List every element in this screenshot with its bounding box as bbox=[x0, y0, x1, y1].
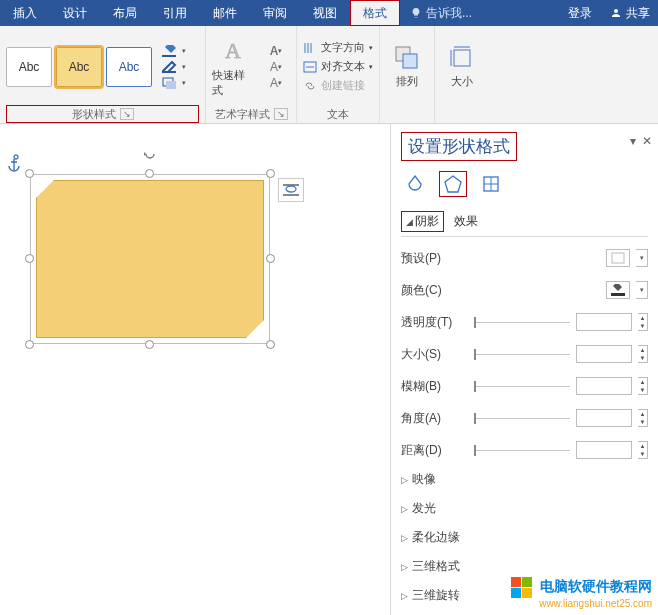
signin-button[interactable]: 登录 bbox=[558, 0, 602, 26]
text-fill-button[interactable]: A▾ bbox=[262, 44, 290, 58]
svg-rect-0 bbox=[162, 55, 176, 57]
group-label-size-spacer bbox=[441, 105, 483, 123]
letter-a-icon: A bbox=[218, 36, 248, 66]
watermark-text: 电脑软硬件教程网 bbox=[540, 578, 652, 594]
resize-handle-w[interactable] bbox=[25, 254, 34, 263]
input-blur[interactable] bbox=[576, 377, 632, 395]
shape-style-preset-3[interactable]: Abc bbox=[106, 47, 152, 87]
document-canvas[interactable] bbox=[0, 124, 390, 615]
preset-dropdown[interactable]: ▾ bbox=[636, 249, 648, 267]
tab-review[interactable]: 审阅 bbox=[250, 0, 300, 26]
preset-picker[interactable] bbox=[606, 249, 630, 267]
label-distance: 距离(D) bbox=[401, 442, 469, 459]
effects-icon[interactable] bbox=[439, 171, 467, 197]
tab-layout[interactable]: 布局 bbox=[100, 0, 150, 26]
rotate-handle[interactable] bbox=[142, 146, 158, 165]
resize-handle-se[interactable] bbox=[266, 340, 275, 349]
align-text-label: 对齐文本 bbox=[321, 59, 365, 74]
resize-handle-n[interactable] bbox=[145, 169, 154, 178]
create-link-button[interactable]: 创建链接 bbox=[303, 78, 365, 93]
arrange-button[interactable]: 排列 bbox=[386, 44, 428, 89]
shape-effects-button[interactable]: ▾ bbox=[160, 76, 188, 90]
text-outline-button[interactable]: A▾ bbox=[262, 60, 290, 74]
spinner-angle[interactable]: ▲▼ bbox=[638, 409, 648, 427]
row-color: 颜色(C) ▾ bbox=[401, 281, 648, 299]
pane-title: 设置形状格式 bbox=[401, 132, 517, 161]
slider-transparency[interactable] bbox=[475, 322, 570, 323]
dialog-launcher-icon[interactable]: ↘ bbox=[120, 108, 134, 120]
dialog-launcher-icon[interactable]: ↘ bbox=[274, 108, 288, 120]
pane-options-button[interactable]: ▾ bbox=[630, 134, 636, 148]
shape-body[interactable] bbox=[36, 180, 264, 338]
row-preset: 预设(P) ▾ bbox=[401, 249, 648, 267]
label-size: 大小(S) bbox=[401, 346, 469, 363]
label-glow: 发光 bbox=[412, 500, 436, 517]
tell-me-label: 告诉我... bbox=[426, 5, 472, 22]
input-distance[interactable] bbox=[576, 441, 632, 459]
tab-view[interactable]: 视图 bbox=[300, 0, 350, 26]
resize-handle-ne[interactable] bbox=[266, 169, 275, 178]
size-icon bbox=[448, 44, 476, 72]
group-text: 文字方向▾ 对齐文本▾ 创建链接 文本 bbox=[297, 26, 380, 123]
arrange-label: 排列 bbox=[396, 74, 418, 89]
spinner-transparency[interactable]: ▲▼ bbox=[638, 313, 648, 331]
spinner-blur[interactable]: ▲▼ bbox=[638, 377, 648, 395]
fill-line-icon[interactable] bbox=[401, 171, 429, 197]
group-label-shape-styles[interactable]: 形状样式 ↘ bbox=[6, 105, 199, 123]
svg-rect-11 bbox=[283, 194, 299, 196]
spinner-distance[interactable]: ▲▼ bbox=[638, 441, 648, 459]
tab-insert[interactable]: 插入 bbox=[0, 0, 50, 26]
section-soft-edges[interactable]: ▷柔化边缘 bbox=[401, 529, 648, 546]
tab-mailings[interactable]: 邮件 bbox=[200, 0, 250, 26]
shadow-settings: 预设(P) ▾ 颜色(C) ▾ 透明度(T) ▲▼ bbox=[401, 249, 648, 459]
slider-size[interactable] bbox=[475, 354, 570, 355]
tab-format[interactable]: 格式 bbox=[350, 0, 400, 26]
pane-category-icons bbox=[401, 171, 648, 197]
tab-glow-etc[interactable]: 效果 bbox=[450, 211, 482, 232]
svg-rect-9 bbox=[454, 50, 470, 66]
share-button[interactable]: 共享 bbox=[602, 0, 658, 26]
group-arrange: 排列 bbox=[380, 26, 435, 123]
slider-distance[interactable] bbox=[475, 450, 570, 451]
text-direction-button[interactable]: 文字方向▾ bbox=[303, 40, 373, 55]
row-angle: 角度(A) ▲▼ bbox=[401, 409, 648, 427]
resize-handle-s[interactable] bbox=[145, 340, 154, 349]
input-size[interactable] bbox=[576, 345, 632, 363]
shape-style-preset-1[interactable]: Abc bbox=[6, 47, 52, 87]
shape-style-preset-2[interactable]: Abc bbox=[56, 47, 102, 87]
section-reflection[interactable]: ▷映像 bbox=[401, 471, 648, 488]
quick-styles-button[interactable]: A 快速样式 bbox=[212, 36, 254, 98]
slider-angle[interactable] bbox=[475, 418, 570, 419]
pane-close-button[interactable]: ✕ bbox=[642, 134, 652, 148]
spinner-size[interactable]: ▲▼ bbox=[638, 345, 648, 363]
layout-props-icon[interactable] bbox=[477, 171, 505, 197]
label-blur: 模糊(B) bbox=[401, 378, 469, 395]
resize-handle-e[interactable] bbox=[266, 254, 275, 263]
color-dropdown[interactable]: ▾ bbox=[636, 281, 648, 299]
group-label-arrange-spacer bbox=[386, 105, 428, 123]
resize-handle-nw[interactable] bbox=[25, 169, 34, 178]
group-wordart-styles: A 快速样式 A▾ A▾ A▾ 艺术字样式 ↘ bbox=[206, 26, 297, 123]
shape-outline-button[interactable]: ▾ bbox=[160, 60, 188, 74]
tab-shadow[interactable]: ◢ 阴影 bbox=[401, 211, 444, 232]
color-picker[interactable] bbox=[606, 281, 630, 299]
layout-options-button[interactable] bbox=[278, 178, 304, 202]
section-glow[interactable]: ▷发光 bbox=[401, 500, 648, 517]
tell-me[interactable]: 告诉我... bbox=[400, 0, 482, 26]
input-angle[interactable] bbox=[576, 409, 632, 427]
resize-handle-sw[interactable] bbox=[25, 340, 34, 349]
section-3d-format[interactable]: ▷三维格式 bbox=[401, 558, 648, 575]
input-transparency[interactable] bbox=[576, 313, 632, 331]
ribbon-tabs: 插入 设计 布局 引用 邮件 审阅 视图 格式 告诉我... 登录 共享 bbox=[0, 0, 658, 26]
slider-blur[interactable] bbox=[475, 386, 570, 387]
workspace: 设置形状格式 ▾ ✕ ◢ 阴影 效果 预设(P) bbox=[0, 124, 658, 615]
text-effects-button[interactable]: A▾ bbox=[262, 76, 290, 90]
tab-design[interactable]: 设计 bbox=[50, 0, 100, 26]
size-button[interactable]: 大小 bbox=[441, 44, 483, 89]
tab-references[interactable]: 引用 bbox=[150, 0, 200, 26]
align-text-button[interactable]: 对齐文本▾ bbox=[303, 59, 373, 74]
selected-shape[interactable] bbox=[30, 174, 270, 344]
shape-fill-button[interactable]: ▾ bbox=[160, 44, 188, 58]
group-size: 大小 bbox=[435, 26, 489, 123]
arrange-icon bbox=[393, 44, 421, 72]
